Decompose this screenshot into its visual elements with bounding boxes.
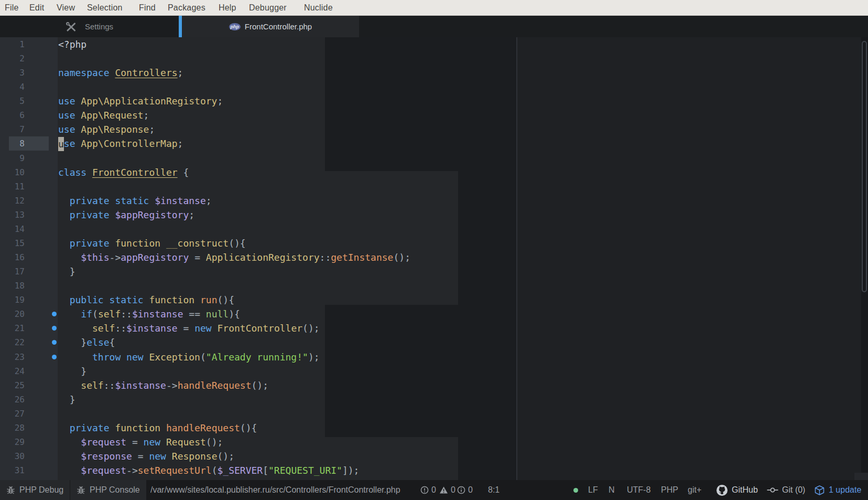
line-number-19[interactable]: 19 [0,293,58,307]
line-number-15[interactable]: 15 [0,236,58,250]
bug-icon [6,486,15,494]
line-number-5[interactable]: 5 [0,94,58,108]
github-label: GitHub [732,485,758,495]
code-line-20: if(self::$instanse == null){ [58,307,240,321]
code-line-23: throw new Exception("Already running!"); [58,350,320,364]
error-circle-icon [420,486,429,494]
menu-bar: FileEditViewSelectionFindPackagesHelpDeb… [0,0,868,16]
code-line-15: private function __construct(){ [58,236,246,250]
bug-icon [77,486,85,494]
code-line-21: self::$instanse = new FrontController(); [58,321,320,335]
line-number-24[interactable]: 24 [0,364,58,378]
line-number-27[interactable]: 27 [0,407,58,421]
github-icon [716,484,728,496]
line-number-20[interactable]: 20 [0,307,58,321]
github-button[interactable]: GitHub [716,480,758,500]
menu-packages[interactable]: Packages [168,0,205,16]
breakpoint-dot-line-21[interactable] [52,326,57,331]
scrollbar-corner [854,473,868,480]
code-lines[interactable]: <?phpnamespace Controllers;use App\Appli… [58,37,687,480]
php-console-label: PHP Console [90,485,140,495]
package-cube-icon [814,485,825,496]
line-number-13[interactable]: 13 [0,208,58,222]
line-number-18[interactable]: 18 [0,279,58,293]
line-number-11[interactable]: 11 [0,179,58,194]
code-line-29: $request = new Request(); [58,435,223,449]
tab-file-label: FrontController.php [245,22,312,31]
editor-gutter[interactable]: 1234567891011121314151617181920212223242… [0,37,58,480]
code-line-26: } [58,392,75,407]
code-line-24: } [58,364,86,378]
php-console-button[interactable]: PHP Console [70,480,146,500]
line-number-16[interactable]: 16 [0,250,58,264]
warning-triangle-icon [439,486,448,494]
git-plus-indicator[interactable]: git+ [688,480,701,500]
info-circle-icon [457,486,465,494]
line-number-17[interactable]: 17 [0,264,58,279]
diagnostics-errors[interactable]: 0 [420,480,436,500]
menu-view[interactable]: View [57,0,75,16]
status-dot [573,480,578,500]
diagnostics-warnings[interactable]: 0 [439,480,455,500]
menu-debugger[interactable]: Debugger [249,0,287,16]
current-line-number-highlight [9,136,49,151]
line-ending-indicator[interactable]: LF [588,480,598,500]
line-number-2[interactable]: 2 [0,51,58,66]
menu-nuclide[interactable]: Nuclide [304,0,333,16]
code-line-3: namespace Controllers; [58,66,183,80]
status-bar: PHP Debug PHP Console /var/www/sites/loc… [0,480,868,500]
vertical-scrollbar-thumb[interactable] [862,41,867,292]
code-line-17: } [58,264,75,279]
line-number-25[interactable]: 25 [0,378,58,392]
menu-help[interactable]: Help [219,0,236,16]
indent-indicator[interactable]: N [609,480,615,500]
line-number-23[interactable]: 23 [0,350,58,364]
line-number-6[interactable]: 6 [0,108,58,122]
code-line-12: private static $instanse; [58,194,212,208]
php-debug-label: PHP Debug [19,485,63,495]
code-editor[interactable]: 1234567891011121314151617181920212223242… [0,37,868,480]
grammar-indicator[interactable]: PHP [661,480,678,500]
line-number-28[interactable]: 28 [0,421,58,435]
line-number-1[interactable]: 1 [0,37,58,51]
line-number-31[interactable]: 31 [0,463,58,477]
code-line-28: private function handleRequest(){ [58,421,257,435]
menu-file[interactable]: File [5,0,19,16]
line-number-21[interactable]: 21 [0,321,58,335]
cursor-position[interactable]: 8:1 [488,480,500,500]
breakpoint-dot-line-20[interactable] [52,312,57,316]
breakpoint-dot-line-22[interactable] [52,340,57,345]
line-number-12[interactable]: 12 [0,194,58,208]
line-number-26[interactable]: 26 [0,392,58,407]
tab-settings-label: Settings [85,22,113,31]
code-line-7: use App\Response; [58,122,155,136]
git-button[interactable]: Git (0) [767,480,805,500]
tab-frontcontroller[interactable]: php FrontController.php [182,16,359,37]
code-line-30: $response = new Response(); [58,449,234,463]
line-number-10[interactable]: 10 [0,165,58,179]
line-number-9[interactable]: 9 [0,151,58,165]
tab-bar: Settings php FrontController.php [0,16,868,37]
menu-find[interactable]: Find [139,0,156,16]
breakpoint-dot-line-23[interactable] [52,355,57,359]
php-debug-button[interactable]: PHP Debug [0,480,70,500]
tools-icon [66,22,77,32]
menu-edit[interactable]: Edit [29,0,44,16]
line-number-29[interactable]: 29 [0,435,58,449]
line-number-7[interactable]: 7 [0,122,58,136]
code-line-10: class FrontController { [58,165,189,179]
diagnostics-info[interactable]: 0 [457,480,473,500]
line-number-30[interactable]: 30 [0,449,58,463]
line-number-22[interactable]: 22 [0,335,58,349]
warnings-count: 0 [451,485,455,495]
line-number-8[interactable]: 8 [0,136,58,151]
line-number-4[interactable]: 4 [0,80,58,94]
line-number-3[interactable]: 3 [0,66,58,80]
updates-button[interactable]: 1 update [814,480,861,500]
encoding-indicator[interactable]: UTF-8 [627,480,650,500]
line-number-14[interactable]: 14 [0,222,58,236]
tab-settings[interactable]: Settings [0,16,179,37]
file-path[interactable]: /var/www/sites/local.publisher.ru/src/Co… [150,480,400,500]
menu-selection[interactable]: Selection [87,0,123,16]
code-line-8: use App\ControllerMap; [58,136,183,151]
